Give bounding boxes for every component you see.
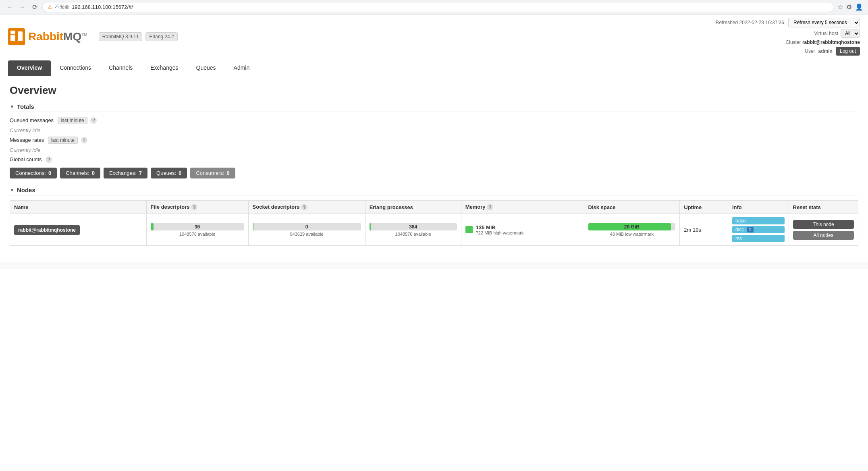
info-badge-basic[interactable]: basic <box>732 217 785 224</box>
user-row: User admin Log out <box>805 47 860 56</box>
table-row: rabbit@rabbitmqhostone 36 1048576 availa… <box>10 214 858 246</box>
queues-count-btn[interactable]: Queues: 0 <box>151 168 187 178</box>
tab-channels[interactable]: Channels <box>100 60 141 76</box>
vhost-select[interactable]: All <box>841 29 860 38</box>
socket-desc-help[interactable]: ? <box>301 204 307 210</box>
reset-this-node-button[interactable]: This node <box>793 220 854 229</box>
file-desc-help[interactable]: ? <box>191 204 197 210</box>
message-rates-help[interactable]: ? <box>81 137 87 143</box>
url-text: 192.168.110.100:15672/#/ <box>72 4 133 10</box>
queued-messages-badge[interactable]: last minute <box>58 117 87 124</box>
back-button[interactable]: ← <box>5 3 15 12</box>
disk-space-cell: 28 GiB 48 MiB low watermark <box>584 214 680 246</box>
user-value: admin <box>818 48 833 54</box>
header-right: Refreshed 2022-02-23 16:37:36 Refresh ev… <box>716 18 860 56</box>
page-title: Overview <box>10 84 858 97</box>
node-name-cell[interactable]: rabbit@rabbitmqhostone <box>10 214 147 246</box>
socket-desc-value: 0 <box>305 224 308 230</box>
erlang-proc-available: 1048576 available <box>370 232 457 237</box>
tab-overview[interactable]: Overview <box>8 60 51 76</box>
connections-count-btn[interactable]: Connections: 0 <box>10 168 57 178</box>
tab-exchanges[interactable]: Exchanges <box>141 60 187 76</box>
queued-messages-label: Queued messages <box>10 117 54 123</box>
reload-button[interactable]: ⟳ <box>31 2 39 12</box>
tab-queues[interactable]: Queues <box>187 60 225 76</box>
refresh-select[interactable]: Refresh every 5 seconds No refresh Refre… <box>788 18 860 27</box>
nav-tabs: Overview Connections Channels Exchanges … <box>8 60 860 76</box>
address-bar[interactable]: ⚠ 不安全 192.168.110.100:15672/#/ <box>42 2 834 12</box>
logout-button[interactable]: Log out <box>836 47 860 56</box>
col-reset-stats: Reset stats <box>789 201 858 214</box>
refreshed-label: Refreshed 2022-02-23 16:37:36 <box>716 20 784 25</box>
memory-value: 135 MiB <box>476 224 524 230</box>
message-rates-label: Message rates <box>10 137 44 143</box>
uptime-value: 2m 19s <box>684 227 701 233</box>
col-info: Info <box>728 201 789 214</box>
warning-icon: ⚠ <box>48 4 52 10</box>
file-desc-fill <box>151 223 154 230</box>
tab-admin[interactable]: Admin <box>225 60 259 76</box>
totals-section: ▼ Totals Queued messages last minute ? C… <box>10 103 858 178</box>
logo: RabbitMQTM <box>8 28 87 45</box>
info-cell: basic disc 2 rss <box>728 214 789 246</box>
channels-count-btn[interactable]: Channels: 0 <box>60 168 100 178</box>
col-file-desc: File descriptors ? <box>146 201 248 214</box>
version-badges: RabbitMQ 3.9.11 Erlang 24.2 <box>99 32 178 41</box>
reset-all-nodes-button[interactable]: All nodes <box>793 231 854 240</box>
global-counts-help[interactable]: ? <box>46 156 52 163</box>
insecure-label: 不安全 <box>55 4 69 10</box>
consumers-count: 0 <box>227 170 230 176</box>
tab-connections[interactable]: Connections <box>51 60 100 76</box>
nodes-toggle-icon[interactable]: ▼ <box>10 187 15 193</box>
info-badges: basic disc 2 rss <box>732 217 785 242</box>
exchanges-count-btn[interactable]: Exchanges: 7 <box>104 168 147 178</box>
disk-space-bar: 28 GiB <box>588 223 676 230</box>
message-rates-row: Message rates last minute ? <box>10 137 858 144</box>
memory-cell: 135 MiB 722 MiB high watermark <box>461 214 584 246</box>
node-name: rabbit@rabbitmqhostone <box>14 225 80 235</box>
disc-count: 2 <box>747 227 754 232</box>
info-badge-disc[interactable]: disc 2 <box>732 226 785 233</box>
reset-btns: This node All nodes <box>793 220 854 240</box>
queued-messages-idle: Currently idle <box>10 127 858 133</box>
erlang-proc-fill <box>370 223 371 230</box>
info-badge-rss[interactable]: rss <box>732 235 785 242</box>
col-erlang-proc: Erlang processes <box>365 201 461 214</box>
queued-messages-help[interactable]: ? <box>90 117 97 124</box>
nodes-table-header-row: Name File descriptors ? Socket descripto… <box>10 201 858 214</box>
extension-icon[interactable]: ⚙ <box>846 3 852 11</box>
forward-button[interactable]: → <box>18 3 27 12</box>
queued-messages-row: Queued messages last minute ? <box>10 117 858 124</box>
totals-toggle-icon[interactable]: ▼ <box>10 104 15 110</box>
col-disk-space: Disk space <box>584 201 680 214</box>
erlang-proc-value: 384 <box>409 224 417 230</box>
message-rates-badge[interactable]: last minute <box>48 137 78 144</box>
memory-indicator <box>465 226 473 233</box>
erlang-proc-bar: 384 <box>370 223 457 230</box>
uptime-cell: 2m 19s <box>680 214 728 246</box>
profile-icon[interactable]: 👤 <box>855 3 863 11</box>
user-label: User <box>805 48 815 54</box>
nodes-title: Nodes <box>17 187 35 193</box>
disk-space-value: 28 GiB <box>624 224 640 230</box>
rabbitmq-logo-icon <box>8 28 25 45</box>
logo-mq: MQ <box>63 30 81 43</box>
col-socket-desc: Socket descriptors ? <box>248 201 365 214</box>
totals-section-header: ▼ Totals <box>10 103 858 112</box>
consumers-count-btn[interactable]: Consumers: 0 <box>190 168 235 178</box>
col-memory: Memory ? <box>461 201 584 214</box>
memory-help[interactable]: ? <box>487 204 493 210</box>
file-desc-bar: 36 <box>151 223 244 230</box>
totals-title: Totals <box>17 103 34 110</box>
channels-count: 0 <box>92 170 95 176</box>
cluster-value: rabbit@rabbitmqhostone <box>802 39 860 45</box>
refresh-row: Refreshed 2022-02-23 16:37:36 Refresh ev… <box>716 18 860 27</box>
app-header: RabbitMQTM RabbitMQ 3.9.11 Erlang 24.2 R… <box>0 15 868 76</box>
counts-row: Connections: 0 Channels: 0 Exchanges: 7 … <box>10 168 858 178</box>
file-desc-cell: 36 1048576 available <box>146 214 248 246</box>
horizontal-scrollbar[interactable] <box>0 262 868 269</box>
browser-bar: ← → ⟳ ⚠ 不安全 192.168.110.100:15672/#/ ☆ ⚙… <box>0 0 868 15</box>
main-content: Overview ▼ Totals Queued messages last m… <box>0 76 868 262</box>
bookmark-icon[interactable]: ☆ <box>837 3 843 11</box>
erlang-proc-cell: 384 1048576 available <box>365 214 461 246</box>
